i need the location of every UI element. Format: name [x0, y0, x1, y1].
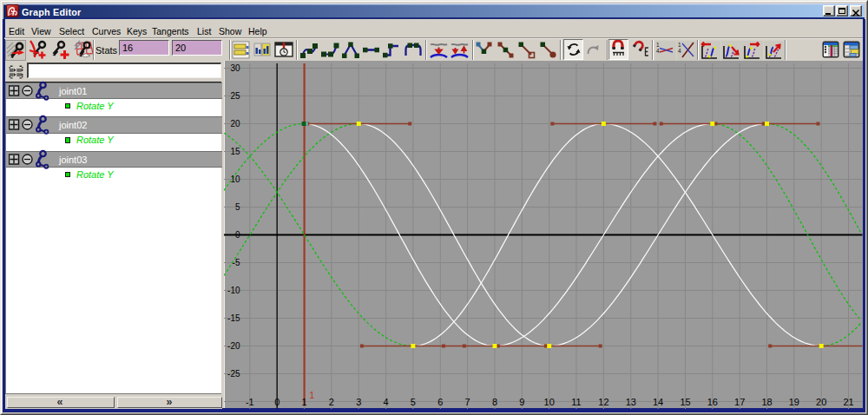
svg-text:3: 3 — [356, 396, 361, 406]
svg-text:4: 4 — [678, 48, 681, 54]
svg-text:20: 20 — [230, 119, 240, 128]
svg-text:4: 4 — [384, 396, 389, 406]
svg-text:17: 17 — [734, 396, 745, 406]
svg-text:15: 15 — [680, 396, 690, 406]
svg-text:19: 19 — [789, 396, 799, 406]
svg-text:4: 4 — [656, 48, 660, 54]
svg-text:-20: -20 — [227, 341, 240, 351]
svg-text:10: 10 — [544, 396, 555, 406]
svg-text:-15: -15 — [227, 313, 240, 323]
svg-text:2: 2 — [329, 396, 334, 406]
svg-text:0: 0 — [235, 230, 240, 240]
svg-text:20: 20 — [816, 396, 826, 406]
svg-text:5: 5 — [411, 396, 416, 406]
svg-text:21: 21 — [843, 396, 853, 406]
svg-text:18: 18 — [761, 396, 772, 406]
svg-text:14: 14 — [653, 396, 663, 406]
svg-text:7: 7 — [465, 396, 470, 406]
svg-text:1: 1 — [302, 396, 307, 406]
svg-text:-5: -5 — [233, 258, 240, 267]
svg-text:16: 16 — [707, 396, 718, 406]
svg-text:1: 1 — [656, 42, 660, 48]
svg-text:8: 8 — [492, 396, 497, 406]
svg-text:11: 11 — [571, 396, 581, 406]
svg-text:6: 6 — [437, 396, 443, 406]
svg-text:-1: -1 — [246, 396, 254, 406]
svg-text:5: 5 — [235, 202, 240, 212]
svg-text:12: 12 — [598, 396, 608, 406]
svg-text:-10: -10 — [227, 286, 240, 295]
svg-text:13: 13 — [626, 396, 636, 406]
svg-text:30: 30 — [230, 63, 240, 73]
svg-text:0: 0 — [274, 396, 279, 406]
svg-text:10: 10 — [230, 175, 240, 184]
svg-text:1: 1 — [310, 390, 315, 399]
svg-text:-25: -25 — [227, 369, 240, 379]
svg-text:25: 25 — [230, 91, 240, 101]
svg-text:1: 1 — [678, 42, 681, 48]
svg-text:9: 9 — [519, 396, 524, 406]
svg-text:15: 15 — [230, 147, 240, 156]
